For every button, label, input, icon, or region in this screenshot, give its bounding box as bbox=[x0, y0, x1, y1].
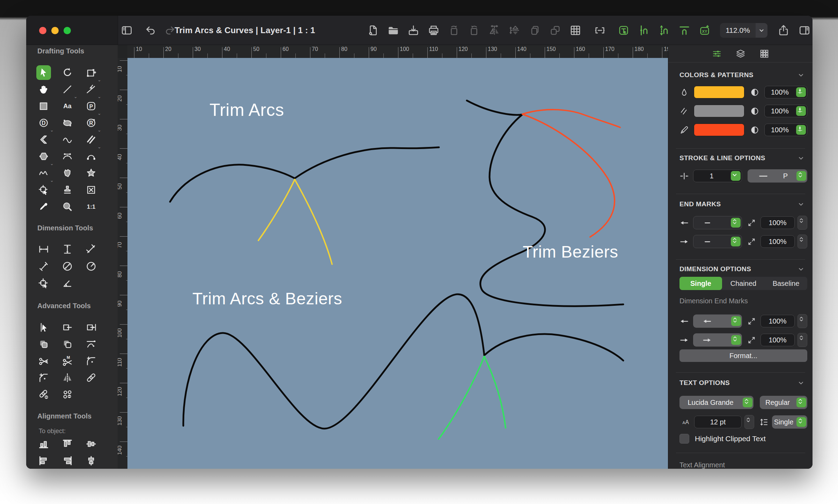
endmark-start-stepper[interactable] bbox=[731, 218, 741, 228]
tab-library-grid[interactable] bbox=[759, 49, 770, 59]
tool-arc-tool[interactable] bbox=[84, 149, 98, 164]
folder-open-icon[interactable] bbox=[387, 24, 399, 37]
close-button[interactable] bbox=[39, 27, 46, 34]
snap-t-icon[interactable] bbox=[617, 24, 630, 37]
text-section-header[interactable]: TEXT OPTIONS bbox=[679, 379, 805, 387]
tool-dim-v[interactable] bbox=[60, 242, 75, 257]
fill-opacity-slider-button[interactable] bbox=[796, 87, 806, 97]
dim-endmark-start-dropdown[interactable] bbox=[693, 314, 742, 328]
tool-rotate-tool[interactable] bbox=[60, 65, 75, 80]
tool-center-mark-tool[interactable] bbox=[36, 276, 51, 291]
font-size-field[interactable]: 12 pt bbox=[694, 416, 742, 428]
tool-bezier-tool[interactable] bbox=[60, 149, 75, 164]
tool-dim-diag[interactable] bbox=[84, 242, 98, 257]
tool-ellipse-tool[interactable] bbox=[60, 116, 75, 130]
tool-snap-pick-tool[interactable] bbox=[36, 183, 51, 197]
tool-union-tool[interactable] bbox=[36, 337, 51, 351]
tool-align-top[interactable] bbox=[60, 437, 75, 451]
tool-curve-tool[interactable] bbox=[60, 132, 75, 147]
tool-chamfer-tool[interactable] bbox=[36, 370, 51, 385]
dim-endmark-start-size-field[interactable]: 100% bbox=[760, 315, 795, 327]
snap-curve-h-icon[interactable] bbox=[678, 24, 691, 37]
tool-parallel-tool[interactable]: ⌄ bbox=[84, 132, 98, 147]
font-family-stepper[interactable] bbox=[743, 398, 752, 407]
tool-align-bottom[interactable] bbox=[36, 437, 51, 451]
snap-curve-dash-icon[interactable] bbox=[658, 24, 670, 37]
tool-dim-diameter[interactable] bbox=[60, 259, 75, 274]
endmark-end-size-field[interactable]: 100% bbox=[760, 235, 795, 248]
line-style-dropdown[interactable]: P bbox=[748, 169, 807, 183]
copy-icon[interactable] bbox=[529, 24, 541, 37]
tool-star-tool[interactable] bbox=[84, 166, 98, 180]
green-trim-right[interactable] bbox=[484, 356, 506, 428]
tool-line-tool[interactable]: ⌄ bbox=[60, 82, 75, 97]
tool-dim-radius[interactable] bbox=[84, 259, 98, 274]
dim-endmark-start-size-stepper[interactable] bbox=[797, 314, 807, 328]
tool-cut-tool[interactable] bbox=[36, 354, 51, 368]
tool-angle-tool[interactable] bbox=[60, 276, 75, 291]
minimize-button[interactable] bbox=[51, 27, 59, 34]
arc-black-bottom-right[interactable] bbox=[484, 334, 623, 361]
fill-color-swatch[interactable] bbox=[694, 86, 744, 98]
tool-extend-curve[interactable] bbox=[84, 337, 98, 351]
label-trim-beziers[interactable]: Trim Beziers bbox=[523, 242, 618, 261]
tool-polyline-tool[interactable] bbox=[36, 132, 51, 147]
font-size-stepper[interactable] bbox=[744, 415, 754, 429]
stroke-opacity-slider-button[interactable] bbox=[796, 125, 806, 135]
snap-xy-icon[interactable]: XY bbox=[698, 24, 711, 37]
chevron-down-icon[interactable] bbox=[797, 71, 805, 79]
tool-hand-tool[interactable] bbox=[36, 82, 51, 97]
table-icon[interactable] bbox=[569, 24, 582, 37]
tool-mirror-tool[interactable] bbox=[60, 370, 75, 385]
chevron-down-icon[interactable] bbox=[797, 154, 805, 162]
tool-unlink-tool[interactable] bbox=[36, 387, 51, 402]
tool-no-image-tool[interactable] bbox=[84, 183, 98, 197]
stroke-color-swatch[interactable] bbox=[694, 124, 744, 136]
line-spacing-dropdown[interactable]: Single bbox=[772, 415, 807, 429]
colors-section-header[interactable]: COLORS & PATTERNS bbox=[679, 71, 805, 79]
rotate-ccw-icon[interactable] bbox=[448, 24, 460, 37]
stroke-width-field[interactable]: 1 bbox=[693, 170, 742, 182]
snap-curve-v-icon[interactable] bbox=[638, 24, 650, 37]
tool-select-arrow[interactable] bbox=[36, 65, 51, 80]
arc-left-black[interactable] bbox=[170, 165, 295, 202]
flip-v-icon[interactable] bbox=[508, 24, 521, 37]
hatch-color-swatch[interactable] bbox=[694, 105, 744, 117]
tool-unlink-all-tool[interactable] bbox=[60, 387, 75, 402]
undo-icon[interactable] bbox=[144, 24, 157, 37]
tool-p-rounded[interactable]: P⌄ bbox=[84, 99, 98, 113]
dim-endmark-start-stepper[interactable] bbox=[731, 316, 741, 326]
print-icon[interactable] bbox=[427, 24, 440, 37]
chevron-down-icon[interactable] bbox=[797, 379, 805, 387]
tool-extend-out[interactable] bbox=[84, 320, 98, 335]
stroke-opacity-field[interactable]: 100% bbox=[764, 124, 807, 136]
line-style-stepper[interactable] bbox=[796, 171, 806, 181]
share-icon[interactable] bbox=[777, 24, 790, 37]
endmark-end-dropdown[interactable] bbox=[693, 235, 742, 248]
sidebar-toggle-icon[interactable] bbox=[120, 24, 133, 37]
endmark-start-dropdown[interactable] bbox=[693, 216, 742, 229]
arc-trim-yellow-left[interactable] bbox=[258, 179, 295, 240]
bezier-black-s[interactable] bbox=[467, 101, 623, 306]
tool-r-circle[interactable]: R⌄ bbox=[84, 116, 98, 130]
stroke-section-header[interactable]: STROKE & LINE OPTIONS bbox=[679, 154, 805, 162]
tool-align-left[interactable] bbox=[36, 453, 51, 468]
segment-chained[interactable]: Chained bbox=[722, 277, 765, 290]
tool-trim-in[interactable] bbox=[60, 320, 75, 335]
stroke-width-dropdown-button[interactable] bbox=[731, 171, 741, 181]
fill-opacity-field[interactable]: 100% bbox=[764, 86, 807, 98]
tool-link-tool[interactable] bbox=[84, 370, 98, 385]
tool-eyedropper-tool[interactable] bbox=[36, 199, 51, 214]
endmark-end-size-stepper[interactable] bbox=[797, 235, 807, 249]
tab-layers[interactable] bbox=[735, 49, 746, 59]
tool-fillet-tool[interactable] bbox=[84, 354, 98, 368]
bezier-trim-orange-upper[interactable] bbox=[522, 110, 620, 127]
zoom-button[interactable] bbox=[64, 27, 71, 34]
tool-dim-h[interactable] bbox=[36, 242, 51, 257]
tool-subtract-tool[interactable] bbox=[60, 337, 75, 351]
endmark-start-size-field[interactable]: 100% bbox=[760, 216, 795, 229]
wave-black[interactable] bbox=[183, 294, 484, 429]
zoom-dropdown[interactable]: 112.0% bbox=[720, 23, 767, 38]
tool-hexagon-tool[interactable]: ⌄ bbox=[36, 149, 51, 164]
tool-freehand-tool[interactable]: ⌄ bbox=[36, 166, 51, 180]
